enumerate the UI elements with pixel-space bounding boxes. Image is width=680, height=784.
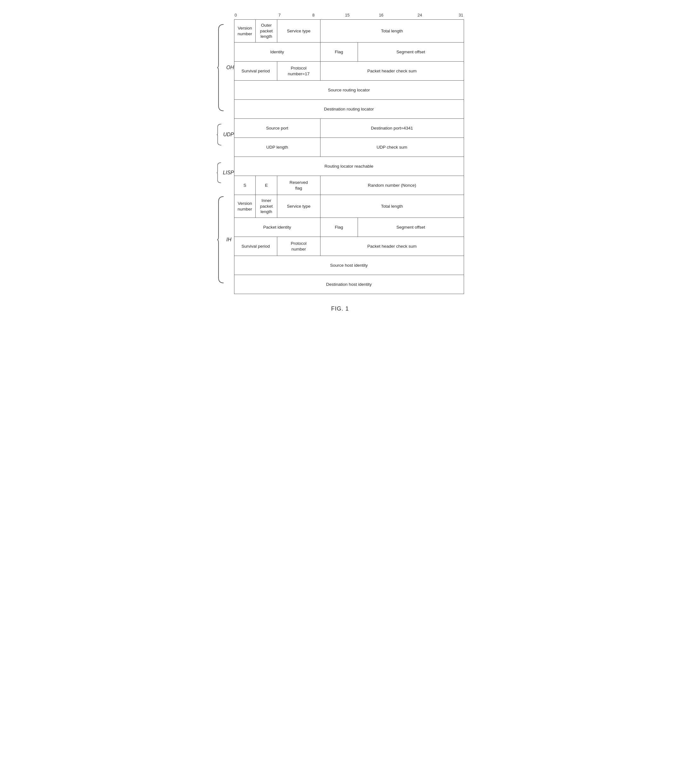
cell-destination-routing-locator: Destination routing locator bbox=[234, 100, 464, 119]
cell-ih-protocol-number: Protocolnumber bbox=[277, 237, 321, 256]
cell-protocol-number: Protocolnumber=17 bbox=[277, 61, 321, 81]
cell-random-number-nonce: Random number (Nonce) bbox=[320, 176, 464, 195]
lisp-row-2: S E Reservedflag Random number (Nonce) bbox=[234, 176, 464, 195]
cell-s-flag: S bbox=[234, 176, 256, 195]
oh-row-2: Identity Flag Segment offset bbox=[234, 42, 464, 61]
lisp-label-group: LISP bbox=[216, 154, 234, 192]
lisp-brace bbox=[216, 157, 222, 189]
bit-16: 16 bbox=[376, 13, 386, 17]
cell-udp-length: UDP length bbox=[234, 138, 320, 157]
cell-total-length: Total length bbox=[320, 20, 464, 42]
udp-row-1: Source port Destination port=4341 bbox=[234, 119, 464, 138]
oh-row-4: Source routing locator bbox=[234, 81, 464, 100]
cell-udp-checksum: UDP check sum bbox=[320, 138, 464, 157]
ih-row-5: Destination host identity bbox=[234, 275, 464, 294]
cell-ih-total-length: Total length bbox=[320, 195, 464, 218]
cell-source-port: Source port bbox=[234, 119, 320, 138]
ih-row-4: Source host identity bbox=[234, 256, 464, 275]
cell-service-type: Service type bbox=[277, 20, 321, 42]
ih-row-3: Survival period Protocolnumber Packet he… bbox=[234, 237, 464, 256]
bit-15: 15 bbox=[342, 13, 352, 17]
cell-segment-offset: Segment offset bbox=[357, 42, 464, 61]
cell-ih-survival-period: Survival period bbox=[234, 237, 277, 256]
bit-0: 0 bbox=[235, 13, 250, 17]
cell-identity: Identity bbox=[234, 42, 320, 61]
cell-outer-packet-length: Outerpacketlength bbox=[256, 20, 277, 42]
cell-reserved-flag: Reservedflag bbox=[277, 176, 321, 195]
cell-ih-segment-offset: Segment offset bbox=[357, 218, 464, 237]
ih-label-group: IH bbox=[216, 192, 234, 288]
oh-brace bbox=[216, 23, 226, 112]
cell-version-number: Versionnumber bbox=[234, 20, 256, 42]
bit-24: 24 bbox=[410, 13, 430, 17]
oh-label-text: OH bbox=[227, 65, 234, 71]
page-container: OH UDP LISP IH bbox=[216, 13, 464, 312]
oh-row-1: Versionnumber Outerpacketlength Service … bbox=[234, 20, 464, 42]
udp-label-text: UDP bbox=[223, 132, 234, 137]
figure-caption: FIG. 1 bbox=[216, 305, 464, 312]
packet-diagram-table: Versionnumber Outerpacketlength Service … bbox=[234, 19, 464, 294]
cell-inner-packet-length: Innerpacketlength bbox=[256, 195, 277, 218]
ih-row-1: Versionnumber Innerpacketlength Service … bbox=[234, 195, 464, 218]
oh-row-3: Survival period Protocolnumber=17 Packet… bbox=[234, 61, 464, 81]
ih-label-text: IH bbox=[227, 237, 231, 243]
udp-brace bbox=[216, 119, 223, 151]
cell-destination-host-identity: Destination host identity bbox=[234, 275, 464, 294]
cell-survival-period: Survival period bbox=[234, 61, 277, 81]
bit-7: 7 bbox=[275, 13, 284, 17]
lisp-row-1: Routing locator reachable bbox=[234, 157, 464, 176]
bit-numbers-bar: 0 7 8 15 16 24 31 bbox=[234, 13, 464, 19]
udp-label-group: UDP bbox=[216, 116, 234, 154]
cell-ih-service-type: Service type bbox=[277, 195, 321, 218]
cell-flag: Flag bbox=[320, 42, 357, 61]
cell-ih-packet-header-checksum: Packet header check sum bbox=[320, 237, 464, 256]
cell-routing-locator-reachable: Routing locator reachable bbox=[234, 157, 464, 176]
cell-source-host-identity: Source host identity bbox=[234, 256, 464, 275]
lisp-label-text: LISP bbox=[223, 170, 234, 176]
oh-row-5: Destination routing locator bbox=[234, 100, 464, 119]
cell-e-flag: E bbox=[256, 176, 277, 195]
cell-ih-version-number: Versionnumber bbox=[234, 195, 256, 218]
ih-row-2: Packet identity Flag Segment offset bbox=[234, 218, 464, 237]
oh-label-group: OH bbox=[216, 20, 234, 116]
bit-31: 31 bbox=[453, 13, 463, 17]
table-area: 0 7 8 15 16 24 31 Versionnumber Outerpac… bbox=[234, 13, 464, 294]
cell-ih-flag: Flag bbox=[320, 218, 357, 237]
cell-packet-header-checksum: Packet header check sum bbox=[320, 61, 464, 81]
bit-8: 8 bbox=[309, 13, 318, 17]
udp-row-2: UDP length UDP check sum bbox=[234, 138, 464, 157]
side-labels: OH UDP LISP IH bbox=[216, 13, 234, 288]
ih-brace bbox=[216, 195, 226, 284]
cell-source-routing-locator: Source routing locator bbox=[234, 81, 464, 100]
cell-destination-port: Destination port=4341 bbox=[320, 119, 464, 138]
cell-packet-identity: Packet identity bbox=[234, 218, 320, 237]
